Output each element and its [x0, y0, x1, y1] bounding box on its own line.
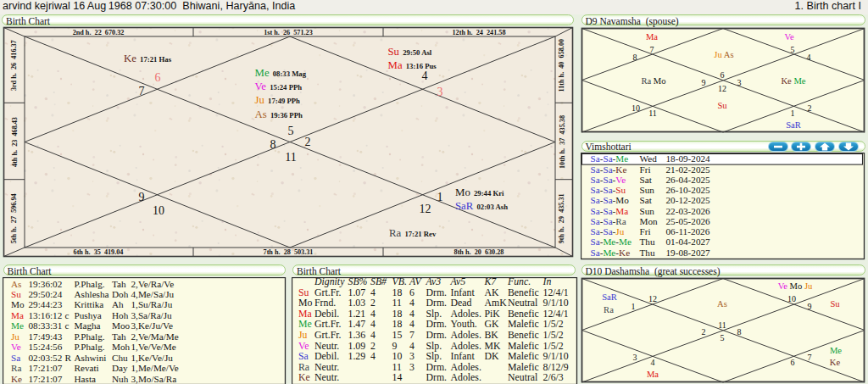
svg-text:3: 3 [409, 361, 415, 373]
svg-text:18-09-2024: 18-09-2024 [666, 153, 711, 164]
svg-text:Sa-Sa-Ra: Sa-Sa-Ra [591, 216, 626, 226]
svg-text:11: 11 [648, 109, 657, 118]
svg-text:22-03-2026: 22-03-2026 [666, 206, 711, 216]
svg-text:Drm.: Drm. [426, 371, 448, 383]
svg-text:Moo: Moo [112, 320, 131, 331]
svg-text:Sa-Sa-Me: Sa-Sa-Me [591, 153, 629, 164]
svg-text:Pushya: Pushya [74, 310, 101, 320]
svg-text:3,Ke/Ju/Ve: 3,Ke/Ju/Ve [131, 320, 172, 331]
svg-text:Sat: Sat [640, 175, 653, 185]
svg-text:5th h. 27 596.94: 5th h. 27 596.94 [11, 193, 19, 243]
svg-text:1: 1 [632, 302, 636, 311]
svg-text:Sa-Me-Me: Sa-Me-Me [591, 237, 632, 247]
svg-text:c: c [64, 320, 69, 331]
svg-text:26-10-2025: 26-10-2025 [666, 185, 711, 195]
svg-text:8: 8 [633, 53, 637, 62]
svg-text:3: 3 [437, 86, 443, 98]
svg-text:Tah: Tah [112, 279, 126, 289]
svg-text:Ma: Ma [646, 32, 658, 42]
svg-text:Sun: Sun [640, 206, 655, 216]
svg-text:08:33:31: 08:33:31 [28, 320, 62, 331]
svg-text:8th h. 20 630.28: 8th h. 20 630.28 [454, 248, 504, 256]
svg-text:Ve Mo Ju: Ve Mo Ju [778, 281, 813, 291]
svg-text:10: 10 [787, 294, 796, 303]
svg-text:Mo 29:44 Kri: Mo 29:44 Kri [455, 186, 504, 198]
svg-text:6th h. 35 419.04: 6th h. 35 419.04 [74, 248, 124, 256]
svg-text:6: 6 [155, 71, 161, 84]
svg-text:Ashlesha: Ashlesha [74, 289, 108, 299]
svg-text:12: 12 [648, 294, 657, 303]
svg-text:P.Phalg.: P.Phalg. [74, 342, 104, 352]
svg-text:9: 9 [139, 191, 145, 203]
svg-text:As: As [11, 279, 21, 289]
svg-text:Ve: Ve [784, 32, 793, 42]
svg-text:20-12-2025: 20-12-2025 [666, 195, 711, 205]
svg-text:1,Ke/Ve/Ju: 1,Ke/Ve/Ju [131, 353, 173, 363]
svg-text:6: 6 [721, 70, 725, 80]
svg-text:Ve 15:24 PPh: Ve 15:24 PPh [255, 81, 303, 92]
svg-text:As 19:36 PPh: As 19:36 PPh [255, 109, 303, 120]
svg-text:Mo: Mo [11, 299, 25, 309]
svg-text:Ke Me: Ke Me [781, 76, 805, 86]
svg-text:Su: Su [11, 289, 21, 299]
svg-text:1.29: 1.29 [348, 350, 366, 362]
svg-text:Fri: Fri [640, 164, 651, 175]
svg-text:P.Phalg.: P.Phalg. [74, 331, 104, 342]
svg-text:1,Me/Me/Ve: 1,Me/Me/Ve [131, 363, 178, 373]
svg-text:7: 7 [139, 85, 145, 97]
svg-text:9: 9 [808, 302, 812, 311]
svg-text:9: 9 [702, 78, 706, 87]
svg-text:SaR: SaR [786, 120, 802, 130]
svg-text:3,Mo/Sa/Ra: 3,Mo/Sa/Ra [131, 374, 176, 384]
svg-text:Me 08:33 Mag: Me 08:33 Mag [255, 67, 307, 79]
svg-text:10: 10 [153, 204, 164, 217]
svg-text:Adoles.: Adoles. [451, 371, 481, 383]
svg-text:Moh: Moh [112, 342, 131, 352]
svg-text:8: 8 [270, 138, 276, 151]
svg-text:Doh: Doh [112, 289, 129, 299]
svg-text:R: R [64, 353, 71, 363]
svg-text:26-04-2025: 26-04-2025 [666, 175, 711, 185]
svg-text:Thu: Thu [640, 237, 655, 247]
svg-text:11: 11 [718, 320, 726, 330]
svg-text:Ve: Ve [11, 342, 21, 352]
svg-text:Day: Day [112, 363, 128, 373]
svg-text:Su: Su [717, 101, 727, 110]
svg-text:Ma: Ma [11, 310, 24, 320]
svg-text:Ke 17:21 Has: Ke 17:21 Has [124, 53, 172, 64]
svg-text:4: 4 [807, 53, 811, 62]
svg-text:Ke: Ke [298, 371, 310, 383]
svg-text:Ra 17:21 Rev: Ra 17:21 Rev [389, 227, 437, 239]
svg-text:7th h. 28 503.31: 7th h. 28 503.31 [264, 248, 314, 256]
svg-text:6: 6 [791, 358, 795, 367]
svg-text:Ke: Ke [830, 358, 841, 367]
svg-text:5: 5 [288, 125, 294, 137]
svg-text:2,Ve/Ma/Me: 2,Ve/Ma/Me [131, 331, 178, 342]
svg-text:21-02-2025: 21-02-2025 [666, 164, 711, 175]
svg-text:As: As [717, 299, 727, 309]
svg-text:1,Ve/Ve/Me: 1,Ve/Ve/Me [131, 342, 175, 352]
svg-text:Ra Mo: Ra Mo [641, 76, 665, 86]
svg-text:7: 7 [808, 353, 812, 362]
svg-text:Ma 13:16 Pus: Ma 13:16 Pus [388, 59, 437, 71]
svg-text:7: 7 [650, 45, 654, 54]
svg-text:1: 1 [437, 191, 443, 203]
svg-text:Revati: Revati [74, 363, 98, 373]
svg-text:Sa-Sa-Ma: Sa-Sa-Ma [591, 206, 629, 216]
svg-text:4th h. 23 468.43: 4th h. 23 468.43 [11, 117, 19, 167]
svg-text:Neutral: Neutral [508, 371, 538, 383]
svg-text:14: 14 [392, 371, 403, 383]
svg-text:Ju: Ju [11, 331, 19, 342]
svg-text:10: 10 [632, 103, 640, 113]
svg-text:29:44:23: 29:44:23 [28, 299, 62, 309]
svg-text:Magha: Magha [74, 320, 100, 331]
svg-text:2,Ve/Ra/Ve: 2,Ve/Ra/Ve [131, 279, 174, 289]
svg-text:Ma: Ma [647, 370, 659, 379]
svg-text:Ju As: Ju As [714, 50, 733, 59]
svg-text:Sa: Sa [11, 353, 20, 363]
svg-text:2: 2 [305, 136, 311, 148]
svg-text:4: 4 [422, 70, 428, 82]
svg-text:11th h. 40 658.00: 11th h. 40 658.00 [559, 39, 566, 92]
svg-text:1st h. 26 571.23: 1st h. 26 571.23 [264, 29, 313, 36]
svg-text:2: 2 [808, 103, 812, 113]
